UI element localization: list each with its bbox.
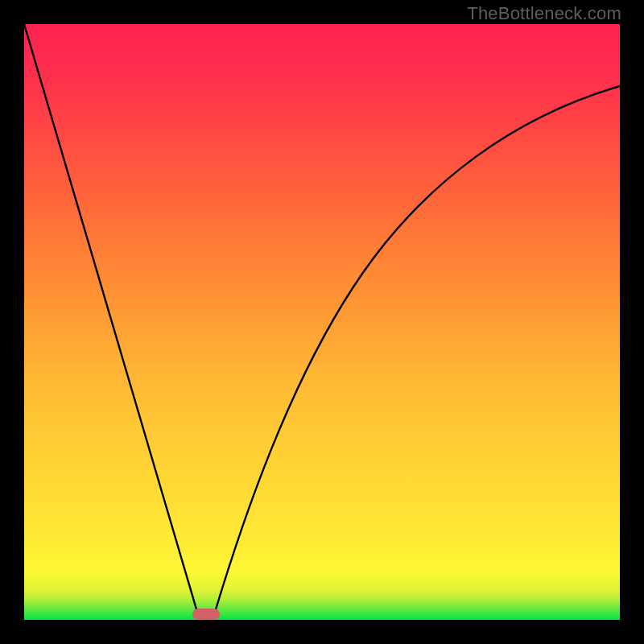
chart-frame: TheBottleneck.com <box>0 0 644 644</box>
optimal-marker <box>192 609 220 620</box>
chart-plot-area <box>24 24 620 620</box>
curve-right-segment <box>213 86 620 617</box>
watermark-text: TheBottleneck.com <box>467 3 621 24</box>
curve-left-segment <box>24 24 199 617</box>
bottleneck-curve <box>24 24 620 620</box>
